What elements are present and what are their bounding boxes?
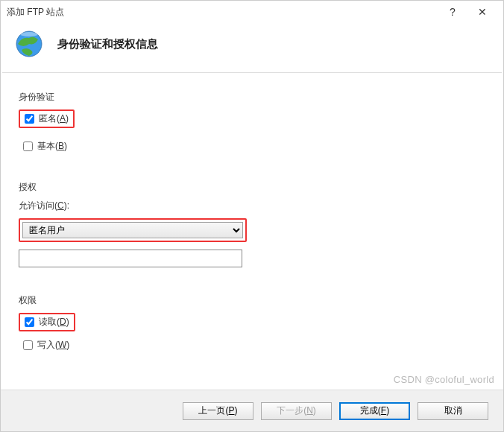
close-button[interactable]: ✕ bbox=[467, 6, 497, 18]
allow-access-highlight: 匿名用户 bbox=[19, 218, 247, 242]
authentication-section: 身份验证 匿名(A) 基本(B) bbox=[19, 91, 485, 154]
page-title: 身份验证和授权信息 bbox=[57, 37, 158, 51]
titlebar: 添加 FTP 站点 ? ✕ bbox=[1, 1, 503, 23]
anonymous-label: 匿名(A) bbox=[39, 112, 69, 125]
read-checkbox[interactable] bbox=[25, 317, 34, 327]
globe-icon bbox=[14, 29, 44, 59]
read-highlight: 读取(D) bbox=[19, 313, 75, 331]
basic-checkbox[interactable] bbox=[23, 142, 33, 151]
finish-button[interactable]: 完成(F) bbox=[339, 402, 410, 420]
basic-row: 基本(B) bbox=[19, 139, 485, 154]
write-checkbox[interactable] bbox=[23, 340, 33, 350]
authorization-section: 授权 允许访问(C): 匿名用户 权限 读取(D) 写入(W) bbox=[19, 181, 485, 353]
write-row: 写入(W) bbox=[19, 337, 485, 353]
allow-access-label: 允许访问(C): bbox=[19, 200, 485, 212]
cancel-button[interactable]: 取消 bbox=[418, 402, 488, 420]
permissions-section: 权限 读取(D) 写入(W) bbox=[19, 294, 485, 353]
previous-button[interactable]: 上一页(P) bbox=[183, 402, 253, 420]
dialog-header: 身份验证和授权信息 bbox=[1, 23, 503, 72]
anonymous-highlight: 匿名(A) bbox=[19, 109, 75, 128]
auth-group-label: 身份验证 bbox=[19, 91, 485, 104]
window-title: 添加 FTP 站点 bbox=[7, 6, 438, 19]
write-label: 写入(W) bbox=[37, 339, 69, 352]
svg-point-2 bbox=[20, 32, 38, 36]
help-button[interactable]: ? bbox=[438, 6, 467, 18]
perm-group-label: 权限 bbox=[19, 294, 485, 307]
authz-textbox[interactable] bbox=[19, 250, 242, 267]
footer: 上一页(P) 下一步(N) 完成(F) 取消 bbox=[1, 390, 503, 431]
authz-group-label: 授权 bbox=[19, 181, 485, 194]
watermark: CSDN @coloful_world bbox=[394, 374, 494, 385]
allow-access-select[interactable]: 匿名用户 bbox=[22, 222, 243, 238]
basic-label: 基本(B) bbox=[37, 140, 67, 153]
read-label: 读取(D) bbox=[39, 316, 69, 328]
anonymous-checkbox[interactable] bbox=[25, 114, 34, 124]
content-area: 身份验证 匿名(A) 基本(B) 授权 允许访问(C): 匿名用户 权限 读取(… bbox=[1, 73, 503, 353]
next-button: 下一步(N) bbox=[261, 402, 332, 420]
